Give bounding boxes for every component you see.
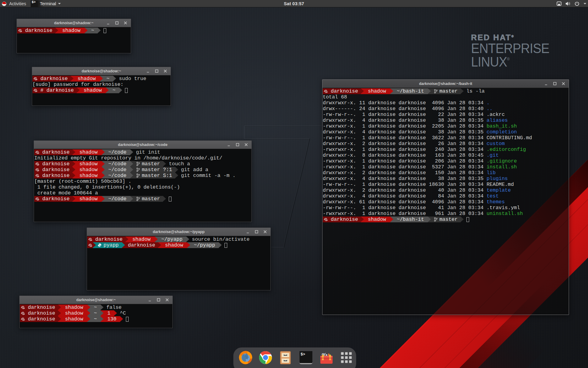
svg-text:$>: $> bbox=[301, 352, 305, 357]
